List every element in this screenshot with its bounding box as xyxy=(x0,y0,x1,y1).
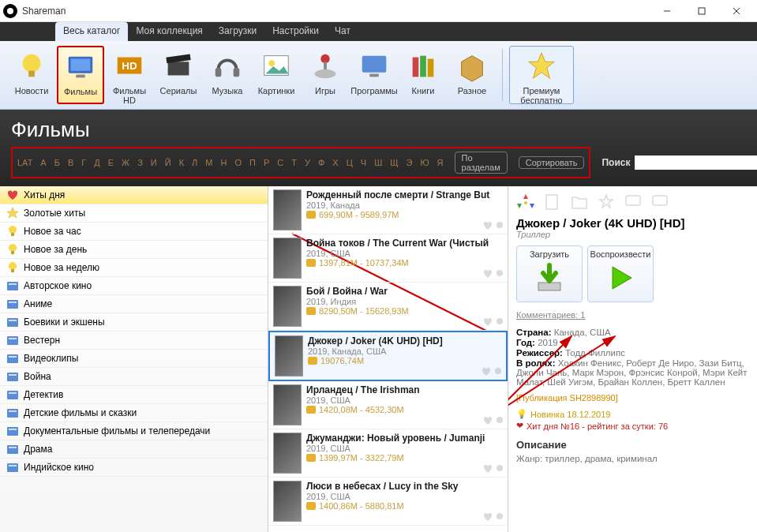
alpha-letter[interactable]: LAT xyxy=(17,158,32,167)
toolbar-joystick[interactable]: Игры xyxy=(302,46,349,104)
share-icon[interactable] xyxy=(516,193,535,212)
film-row[interactable]: Джуманджи: Новый уровень / Jumanji2019, … xyxy=(268,429,508,478)
heart-icon[interactable] xyxy=(483,512,493,522)
alpha-letter[interactable]: З xyxy=(137,158,143,167)
alpha-letter[interactable]: Е xyxy=(108,158,114,167)
sidebar-item[interactable]: Вестерн xyxy=(0,332,268,350)
sidebar-item[interactable]: Документальные фильмы и телепередачи xyxy=(0,422,268,440)
alpha-letter[interactable]: Я xyxy=(437,158,444,167)
film-row[interactable]: Бой / Война / War2019, Индия8290,50M - 1… xyxy=(268,283,508,331)
alpha-letter[interactable]: Ф xyxy=(318,158,324,167)
alpha-letter[interactable]: Т xyxy=(291,158,297,167)
toolbar-books[interactable]: Книги xyxy=(399,46,447,104)
alpha-letter[interactable]: О xyxy=(234,158,242,167)
alpha-letter[interactable]: Ю xyxy=(420,158,429,167)
alpha-letter[interactable]: С xyxy=(277,158,283,167)
menu-tab[interactable]: Весь каталог xyxy=(55,22,128,41)
sidebar-item[interactable]: Детектив xyxy=(0,386,268,404)
alpha-letter[interactable]: Б xyxy=(54,158,60,167)
sidebar-item[interactable]: Авторское кино xyxy=(0,277,268,295)
toolbar-box[interactable]: Разное xyxy=(448,46,496,104)
toolbar-monitor[interactable]: Фильмы xyxy=(57,46,104,104)
sort-pill[interactable]: Сортировать xyxy=(519,156,585,169)
minimize-button[interactable] xyxy=(650,0,684,22)
sections-pill[interactable]: По разделам xyxy=(455,152,508,174)
alpha-letter[interactable]: Й xyxy=(165,158,171,167)
bulb-icon[interactable] xyxy=(495,221,504,230)
alpha-letter[interactable]: П xyxy=(249,158,256,167)
sidebar-item[interactable]: Детские фильмы и сказки xyxy=(0,404,268,422)
alpha-letter[interactable]: Щ xyxy=(390,158,398,167)
alpha-letter[interactable]: Н xyxy=(220,158,227,167)
alpha-letter[interactable]: И xyxy=(151,158,157,167)
sidebar-item[interactable]: Боевики и экшены xyxy=(0,313,268,332)
sidebar-item[interactable]: Аниме xyxy=(0,295,268,313)
heart-icon[interactable] xyxy=(483,317,493,327)
alpha-letter[interactable]: А xyxy=(40,158,46,167)
alpha-letter[interactable]: Х xyxy=(332,158,338,167)
maximize-button[interactable] xyxy=(684,0,719,22)
alpha-letter[interactable]: Ц xyxy=(347,158,353,167)
folder-icon[interactable] xyxy=(570,193,589,212)
comments-link[interactable]: Комментариев: 1 xyxy=(516,310,749,320)
film-row[interactable]: Война токов / The Current War (Чистый201… xyxy=(268,234,508,283)
rate-icon[interactable] xyxy=(597,193,616,212)
sidebar-item[interactable]: Война xyxy=(0,368,268,386)
close-button[interactable] xyxy=(719,0,754,22)
alpha-letter[interactable]: Ш xyxy=(374,158,382,167)
heart-icon[interactable] xyxy=(482,367,491,377)
alpha-letter[interactable]: Л xyxy=(192,158,197,167)
toolbar-picture[interactable]: Картинки xyxy=(253,46,300,104)
alpha-letter[interactable]: Р xyxy=(264,158,269,167)
svg-point-63 xyxy=(524,201,527,204)
alpha-letter[interactable]: М xyxy=(205,158,212,167)
bulb-icon[interactable] xyxy=(495,317,504,327)
film-row[interactable]: Ирландец / The Irishman2019, США1420,08M… xyxy=(268,381,508,429)
film-row[interactable]: Люси в небесах / Lucy in the Sky2019, СШ… xyxy=(268,478,508,526)
more-icon[interactable] xyxy=(650,193,669,212)
sidebar-item[interactable]: Новое за час xyxy=(0,223,268,241)
alpha-letter[interactable]: В xyxy=(68,158,73,167)
premium-button[interactable]: Премиум бесплатно xyxy=(509,46,574,104)
alpha-letter[interactable]: К xyxy=(179,158,184,167)
menu-tab[interactable]: Чат xyxy=(327,22,358,41)
play-button[interactable]: Воспроизвести xyxy=(587,245,654,302)
alpha-letter[interactable]: Г xyxy=(81,158,86,167)
bulb-icon[interactable] xyxy=(495,416,504,425)
menu-tab[interactable]: Настройки xyxy=(264,22,327,41)
sidebar-item[interactable]: Новое за день xyxy=(0,241,268,259)
sidebar-item[interactable]: Видеоклипы xyxy=(0,350,268,368)
toolbar-monitor2[interactable]: Программы xyxy=(350,46,398,104)
alpha-letter[interactable]: Ж xyxy=(122,158,129,167)
svg-rect-38 xyxy=(9,320,17,321)
toolbar-bulb[interactable]: Новости xyxy=(8,46,55,104)
toolbar-hd[interactable]: HDФильмы HD xyxy=(106,46,153,104)
heart-icon[interactable] xyxy=(483,416,493,425)
toolbar-headphones[interactable]: Музыка xyxy=(204,46,251,104)
download-button[interactable]: Загрузить xyxy=(516,245,583,302)
film-row[interactable]: Джокер / Joker (4K UHD) [HD]2019, Канада… xyxy=(268,331,508,381)
heart-icon[interactable] xyxy=(483,221,493,230)
alpha-letter[interactable]: У xyxy=(305,158,310,167)
bulb-icon[interactable] xyxy=(495,269,504,279)
toolbar-clapper[interactable]: Сериалы xyxy=(155,46,202,104)
alpha-letter[interactable]: Э xyxy=(407,158,413,167)
heart-icon[interactable] xyxy=(483,464,493,474)
sidebar-item[interactable]: Новое за неделю xyxy=(0,259,268,277)
search-input[interactable] xyxy=(635,155,757,170)
doc-icon[interactable] xyxy=(543,193,562,212)
bulb-icon[interactable] xyxy=(495,464,504,474)
heart-icon[interactable] xyxy=(483,269,493,279)
bulb-icon[interactable] xyxy=(493,367,503,377)
alpha-letter[interactable]: Д xyxy=(94,158,99,167)
sidebar-item[interactable]: Хиты дня xyxy=(0,186,268,204)
film-row[interactable]: Рожденный после смерти / Strange But2019… xyxy=(268,186,508,234)
bulb-icon[interactable] xyxy=(495,512,504,522)
discuss-icon[interactable] xyxy=(624,193,643,212)
menu-tab[interactable]: Загрузки xyxy=(211,22,264,41)
sidebar-item[interactable]: Драма xyxy=(0,440,268,459)
menu-tab[interactable]: Моя коллекция xyxy=(128,22,210,41)
alpha-letter[interactable]: Ч xyxy=(361,158,366,167)
sidebar-item[interactable]: Индийское кино xyxy=(0,459,268,477)
sidebar-item[interactable]: Золотые хиты xyxy=(0,204,268,223)
